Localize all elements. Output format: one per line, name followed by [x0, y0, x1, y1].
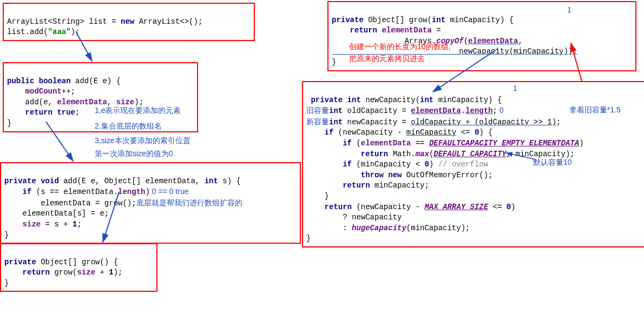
code-line: elementData = grow();底层就是帮我们进行数组扩容的: [4, 199, 242, 208]
code-line: throw new OutOfMemoryError();: [306, 171, 492, 179]
code-line: private Object[] grow(int minCapacity) {: [332, 16, 514, 24]
code-line: return grow(size + 1);: [4, 268, 123, 277]
code-line: return (newCapacity - MAX_ARRAY_SIZE <= …: [306, 203, 516, 211]
code-line: list.add("aaa");: [7, 28, 80, 36]
code-line: }: [7, 119, 11, 128]
code-line: private Object[] grow() {: [4, 258, 118, 266]
code-line: ? newCapacity: [306, 213, 402, 222]
code-line: }: [4, 279, 9, 287]
annotation-text: 把原来的元素拷贝进去: [349, 54, 425, 64]
annotation-text: 拿着旧容量*1.5: [569, 105, 621, 115]
code-line: ArrayList<String> list = new ArrayList<>…: [7, 17, 202, 26]
annotation-text: 第一次添加size的值为0: [95, 149, 173, 159]
annotation-text: 3,size本次要添加的索引位置: [95, 136, 190, 146]
code-line: return Math.max(DEFAULT_CAPACITY, minCap…: [306, 150, 575, 158]
code-line: add(e, elementData, size);: [7, 98, 143, 106]
annotation-text: 默认容量10: [533, 158, 572, 168]
code-line: }: [4, 231, 9, 239]
code-box-snippet-usage: ArrayList<String> list = new ArrayList<>…: [3, 3, 255, 41]
code-line: if (minCapacity < 0) // overflow: [306, 160, 488, 169]
code-line: }: [306, 234, 311, 243]
code-line: if (elementData == DEFAULTCAPACITY_EMPTY…: [306, 139, 584, 148]
code-line: public boolean add(E e) {: [7, 77, 121, 85]
annotation-text: 创建一个新的长度为10的数组,: [349, 42, 450, 52]
code-line: return true;: [7, 108, 80, 117]
annotation-number: 1: [513, 84, 517, 92]
annotation-number: 1: [567, 5, 571, 14]
code-line: elementData[s] = e;: [4, 209, 109, 218]
code-line: private int newCapacity(int minCapacity)…: [306, 96, 502, 104]
code-line: }: [332, 58, 336, 66]
annotation-text: 1,e表示现在要添加的元素: [95, 106, 181, 116]
code-box-add-private: private void add(E e, Object[] elementDa…: [0, 162, 301, 244]
code-line: return elementData =: [332, 26, 441, 35]
code-line: 新容量int newCapacity = oldCapacity + (oldC…: [306, 118, 561, 126]
code-line: modCount++;: [7, 87, 75, 96]
code-line: }: [306, 192, 329, 200]
code-line: private void add(E e, Object[] elementDa…: [4, 177, 241, 185]
code-line: if (s == elementData.length) 0 == 0 true: [4, 188, 189, 196]
code-line: 旧容量int oldCapacity = elementData.length;…: [306, 106, 504, 115]
annotation-text: 2,集合底层的数组名: [95, 122, 162, 131]
code-line: return minCapacity;: [306, 181, 429, 190]
code-line: size = s + 1;: [4, 220, 82, 229]
code-box-grow-noarg: private Object[] grow() { return grow(si…: [0, 243, 157, 292]
code-line: if (newCapacity - minCapacity <= 0) {: [306, 128, 493, 137]
code-line: : hugeCapacity(minCapacity);: [306, 224, 470, 232]
